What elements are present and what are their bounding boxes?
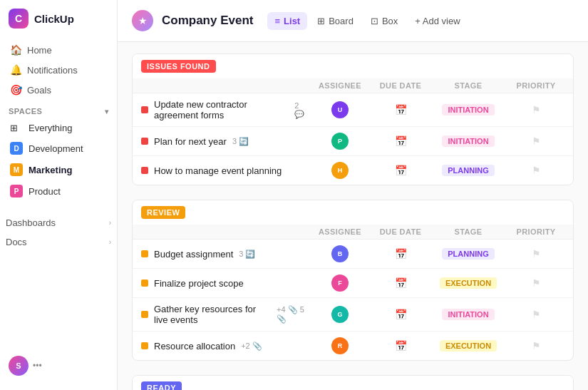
chevron-icon: ▾ (105, 108, 109, 116)
task-meta: +4 📎 5 📎 (277, 305, 308, 324)
col-assignee-1: ASSIGNEE (308, 81, 372, 90)
stage-cell: PLANNING (429, 248, 507, 260)
priority-flag-icon: ⚑ (532, 104, 541, 116)
view-box-button[interactable]: ⊡ Box (363, 12, 405, 30)
sidebar-item-dashboards[interactable]: Dashboards › (0, 213, 117, 232)
col-assignee-2: ASSIGNEE (308, 227, 372, 236)
stage-badge: INITIATION (442, 135, 494, 147)
avatar: U (331, 101, 349, 118)
avatar: B (331, 245, 349, 262)
table-row: Update new contractor agreement forms 2 … (133, 93, 573, 127)
priority-cell: ⚑ (507, 277, 564, 289)
priority-flag-icon: ⚑ (532, 309, 541, 320)
assignee-cell: B (308, 245, 372, 262)
user-area: S ••• (0, 350, 117, 381)
calendar-icon: 📅 (395, 309, 407, 320)
issues-badge: ISSUES FOUND (141, 60, 216, 73)
sidebar-item-everything-label: Everything (29, 123, 72, 133)
table-row: Plan for next year 3 🔄 P 📅 INITIATION ⚑ (133, 127, 573, 156)
col-task (141, 81, 308, 90)
sidebar-item-notifications[interactable]: 🔔 Notifications (4, 60, 113, 80)
date-cell: 📅 (372, 277, 429, 289)
sidebar-item-everything[interactable]: ⊞ Everything (4, 118, 113, 138)
table-row: Resource allocation +2 📎 R 📅 EXECUTION ⚑ (133, 332, 573, 360)
task-name: How to manage event planning (154, 165, 282, 176)
docs-label: Docs (6, 237, 27, 247)
project-title: Company Event (162, 14, 253, 28)
priority-cell: ⚑ (507, 248, 564, 260)
table-row: Gather key resources for live events +4 … (133, 298, 573, 332)
sidebar-item-development-label: Development (29, 143, 83, 154)
date-cell: 📅 (372, 165, 429, 176)
sidebar-item-product-label: Product (29, 186, 61, 197)
logo-area: C ClickUp (0, 9, 117, 40)
task-name: Finalize project scope (154, 278, 244, 289)
assignee-cell: H (308, 162, 372, 179)
stage-badge: EXECUTION (440, 340, 497, 351)
calendar-icon: 📅 (395, 104, 407, 116)
sidebar-item-marketing[interactable]: M Marketing (4, 159, 113, 180)
col-priority-1: PRIORITY (507, 81, 564, 90)
spaces-section-header: Spaces ▾ (0, 100, 117, 118)
date-cell: 📅 (372, 135, 429, 147)
issues-header-row: ISSUES FOUND (133, 54, 573, 78)
sidebar: C ClickUp 🏠 Home 🔔 Notifications 🎯 Goals… (0, 0, 118, 390)
ready-header-row: READY (133, 376, 573, 390)
task-meta: 3 🔄 (232, 137, 249, 146)
task-dot (141, 250, 148, 257)
task-meta: 3 🔄 (239, 250, 255, 259)
sidebar-item-docs[interactable]: Docs › (0, 232, 117, 252)
sidebar-item-product[interactable]: P Product (4, 180, 113, 202)
dashboards-chevron: › (109, 219, 111, 227)
sidebar-item-goals[interactable]: 🎯 Goals (4, 80, 113, 100)
stage-cell: INITIATION (429, 104, 507, 116)
priority-cell: ⚑ (507, 309, 564, 320)
date-cell: 📅 (372, 309, 429, 320)
home-icon: 🏠 (10, 44, 21, 56)
task-dot (141, 167, 148, 174)
priority-cell: ⚑ (507, 340, 564, 351)
task-name-cell: Resource allocation +2 📎 (141, 341, 308, 351)
col-stage-2: STAGE (429, 227, 507, 236)
stage-cell: INITIATION (429, 309, 507, 320)
table-row: How to manage event planning H 📅 PLANNIN… (133, 156, 573, 185)
sidebar-item-marketing-label: Marketing (29, 165, 72, 175)
product-dot: P (10, 185, 23, 197)
assignee-cell: R (308, 337, 372, 354)
assignee-cell: F (308, 274, 372, 292)
board-icon: ⊞ (317, 16, 325, 26)
task-name-cell: Plan for next year 3 🔄 (141, 136, 308, 147)
calendar-icon: 📅 (395, 248, 407, 260)
task-dot (141, 279, 148, 287)
task-name: Gather key resources for live events (154, 304, 271, 325)
task-dot (141, 138, 148, 145)
sidebar-item-notifications-label: Notifications (27, 65, 78, 76)
user-menu-dots[interactable]: ••• (33, 361, 42, 371)
calendar-icon: 📅 (395, 135, 407, 147)
avatar: R (331, 337, 349, 354)
priority-flag-icon: ⚑ (532, 277, 541, 289)
sidebar-item-home[interactable]: 🏠 Home (4, 40, 113, 60)
task-name: Resource allocation (154, 341, 235, 351)
task-dot (141, 106, 148, 113)
view-board-button[interactable]: ⊞ Board (310, 12, 361, 30)
bottom-nav: Dashboards › Docs › (0, 213, 117, 252)
col-task (141, 227, 308, 236)
date-cell: 📅 (372, 104, 429, 116)
add-view-button[interactable]: + Add view (408, 12, 467, 30)
col-duedate-2: DUE DATE (372, 227, 429, 236)
view-list-button[interactable]: ≡ List (267, 12, 307, 30)
sidebar-item-development[interactable]: D Development (4, 138, 113, 159)
list-icon: ≡ (274, 16, 280, 26)
project-icon: ★ (132, 10, 153, 31)
avatar: P (331, 133, 349, 150)
bell-icon: 🔔 (10, 64, 21, 76)
add-view-label: + Add view (415, 16, 460, 26)
content-area: ISSUES FOUND ASSIGNEE DUE DATE STAGE PRI… (118, 42, 588, 390)
stage-badge: PLANNING (442, 248, 494, 260)
box-icon: ⊡ (371, 16, 378, 26)
review-badge: REVIEW (141, 206, 185, 219)
spaces-nav: ⊞ Everything D Development M Marketing P… (0, 118, 117, 202)
stage-badge: EXECUTION (440, 277, 497, 289)
stage-cell: EXECUTION (429, 340, 507, 351)
